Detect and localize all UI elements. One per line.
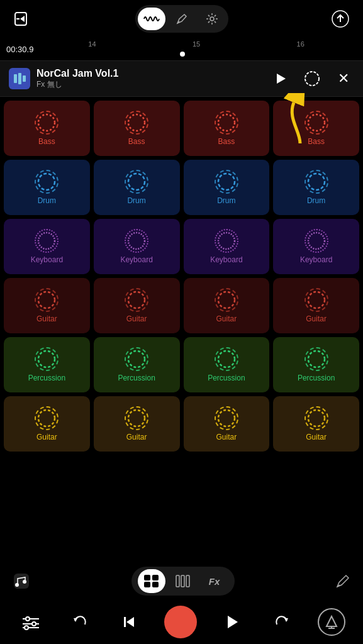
undo-button[interactable] — [67, 609, 93, 635]
track-name: NorCal Jam Vol.1 — [36, 68, 270, 79]
svg-marker-52 — [228, 616, 238, 628]
pen-pill[interactable] — [168, 8, 196, 30]
svg-point-14 — [218, 174, 235, 190]
cell-ring — [35, 288, 59, 312]
svg-point-10 — [218, 114, 235, 131]
pads-view-button[interactable] — [138, 569, 165, 593]
svg-marker-51 — [126, 617, 134, 627]
cell-label: Guitar — [306, 433, 327, 441]
cell-ring — [304, 111, 328, 135]
svg-rect-41 — [181, 575, 184, 587]
svg-point-13 — [128, 174, 145, 190]
list-item[interactable]: Drum — [273, 160, 359, 215]
stamp-button[interactable] — [318, 608, 345, 636]
cell-ring — [215, 347, 238, 371]
list-item[interactable]: Guitar — [273, 396, 359, 452]
list-item[interactable]: Bass — [273, 101, 359, 156]
toolbar-note-icon[interactable] — [11, 571, 31, 591]
list-item[interactable]: Guitar — [184, 396, 270, 452]
track-play-button[interactable] — [270, 68, 291, 89]
timeline-mark-14: 14 — [88, 40, 96, 48]
cell-label: Guitar — [126, 314, 147, 323]
back-button[interactable] — [11, 8, 34, 30]
cell-label: Guitar — [126, 433, 147, 441]
cell-label: Bass — [308, 137, 325, 146]
fx-button[interactable]: Fx — [201, 569, 228, 593]
cell-ring — [125, 170, 148, 194]
cell-ring — [125, 347, 148, 371]
top-bar — [0, 0, 363, 38]
svg-point-9 — [128, 114, 145, 131]
svg-point-20 — [38, 292, 55, 308]
cell-ring — [215, 170, 238, 194]
cell-label: Bass — [218, 137, 235, 146]
svg-rect-50 — [124, 617, 126, 627]
timeline-position-dot — [180, 52, 185, 57]
track-close-button[interactable]: ✕ — [333, 68, 354, 89]
track-loop-button[interactable] — [301, 68, 323, 89]
svg-marker-49 — [74, 618, 77, 622]
svg-point-16 — [38, 233, 55, 249]
list-item[interactable]: Guitar — [94, 278, 180, 333]
settings-pill[interactable] — [198, 8, 226, 30]
cell-ring — [304, 406, 328, 430]
track-fx: Fx 無し — [36, 79, 270, 90]
list-item[interactable]: Guitar — [4, 278, 90, 333]
list-item[interactable]: Percussion — [94, 337, 180, 392]
toolbar-center-pills: Fx — [131, 567, 235, 596]
timeline-mark-16: 16 — [297, 40, 304, 48]
cell-label: Drum — [307, 196, 325, 205]
list-item[interactable]: Guitar — [94, 396, 180, 452]
mixer-button[interactable] — [18, 609, 44, 635]
svg-point-11 — [308, 114, 325, 131]
list-item[interactable]: Keyboard — [273, 219, 359, 274]
list-item[interactable]: Bass — [94, 101, 180, 156]
list-item[interactable]: Percussion — [184, 337, 270, 392]
upload-button[interactable] — [329, 8, 352, 30]
list-item[interactable]: Keyboard — [184, 219, 270, 274]
play-button[interactable] — [220, 609, 246, 635]
list-item[interactable]: Drum — [94, 160, 180, 215]
cell-label: Guitar — [216, 314, 237, 323]
list-item[interactable]: Drum — [184, 160, 270, 215]
cell-label: Percussion — [118, 374, 155, 382]
svg-point-12 — [38, 174, 55, 190]
list-item[interactable]: Keyboard — [4, 219, 90, 274]
mixer-view-button[interactable] — [169, 569, 197, 593]
list-item[interactable]: Drum — [4, 160, 90, 215]
timeline-mark-15: 15 — [193, 40, 200, 48]
cell-ring — [304, 288, 328, 312]
cell-ring — [304, 229, 328, 253]
svg-point-28 — [38, 410, 55, 426]
waveform-pill[interactable] — [138, 8, 165, 30]
rewind-button[interactable] — [116, 609, 142, 635]
cell-label: Bass — [128, 137, 145, 146]
cell-label: Keyboard — [31, 255, 63, 264]
list-item[interactable]: Guitar — [4, 396, 90, 452]
svg-point-23 — [308, 292, 325, 308]
list-item[interactable]: Percussion — [4, 337, 90, 392]
list-item[interactable]: Bass — [184, 101, 270, 156]
list-item[interactable]: Bass — [4, 101, 90, 156]
cell-label: Guitar — [306, 314, 327, 323]
list-item[interactable]: Percussion — [273, 337, 359, 392]
svg-point-47 — [32, 622, 36, 626]
cell-ring — [215, 111, 238, 135]
track-info: NorCal Jam Vol.1 Fx 無し — [36, 68, 270, 90]
svg-point-26 — [218, 351, 235, 367]
cell-ring — [35, 170, 59, 194]
svg-rect-42 — [186, 575, 189, 587]
list-item[interactable]: Guitar — [184, 278, 270, 333]
timeline-ruler[interactable]: 14 15 16 — [41, 38, 357, 60]
list-item[interactable]: Keyboard — [94, 219, 180, 274]
cell-ring — [215, 229, 238, 253]
list-item[interactable]: Guitar — [273, 278, 359, 333]
edit-button[interactable] — [334, 572, 352, 590]
record-button[interactable] — [164, 606, 197, 638]
svg-marker-6 — [277, 74, 286, 84]
redo-button[interactable] — [269, 609, 295, 635]
svg-rect-5 — [23, 75, 26, 82]
svg-point-24 — [38, 351, 55, 367]
cell-label: Percussion — [28, 374, 65, 382]
timeline: 00:30.9 14 15 16 — [0, 38, 363, 60]
